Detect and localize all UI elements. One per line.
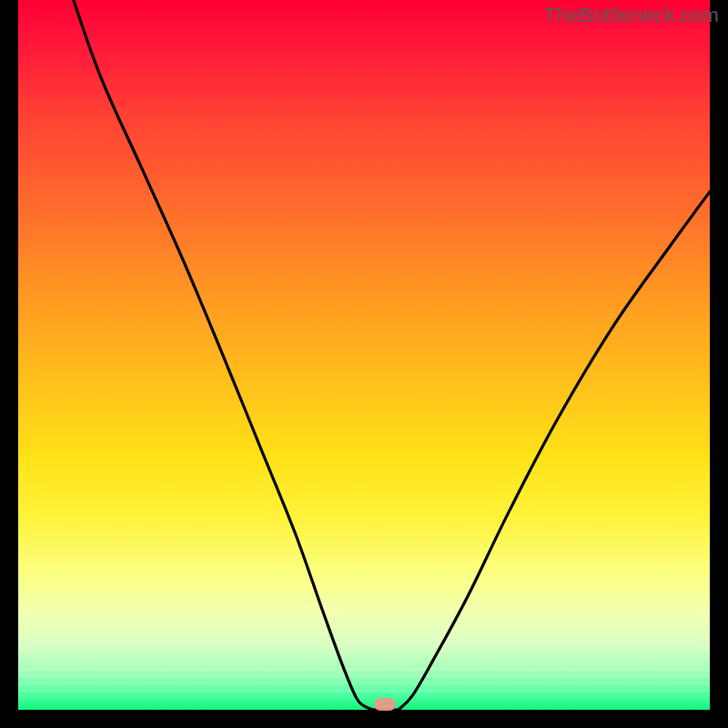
chart-stage: TheBottleneck.com: [0, 0, 728, 728]
watermark-text: TheBottleneck.com: [544, 4, 719, 27]
bottleneck-curve: [18, 0, 710, 710]
optimal-point-marker: [374, 698, 396, 711]
